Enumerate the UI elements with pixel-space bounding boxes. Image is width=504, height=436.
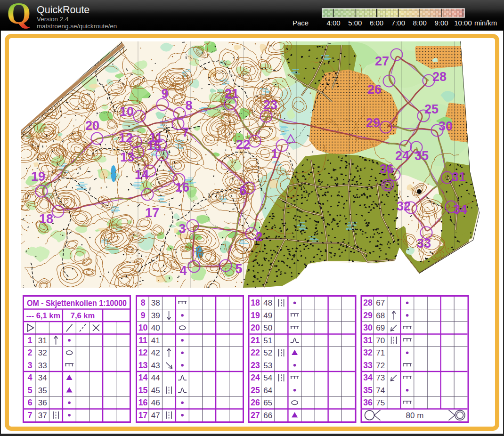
svg-text:33: 33 (38, 361, 47, 370)
svg-text:32: 32 (363, 348, 373, 357)
svg-text:72: 72 (376, 361, 385, 370)
svg-text:21: 21 (251, 336, 260, 345)
svg-text:34: 34 (363, 373, 373, 382)
svg-text:32: 32 (38, 348, 47, 357)
svg-text:12: 12 (138, 348, 148, 357)
svg-text:11: 11 (138, 336, 147, 345)
svg-text:45: 45 (151, 386, 160, 395)
svg-text:31: 31 (38, 336, 47, 345)
svg-text:23: 23 (251, 361, 260, 370)
svg-text:66: 66 (263, 411, 272, 420)
svg-text:10: 10 (138, 323, 148, 332)
svg-text:3: 3 (28, 361, 33, 370)
svg-text:7,6 km: 7,6 km (71, 311, 95, 320)
svg-text:24: 24 (251, 373, 260, 382)
svg-text:5: 5 (28, 386, 33, 395)
svg-text:8: 8 (141, 298, 146, 307)
svg-text:73: 73 (376, 373, 385, 382)
svg-text:20: 20 (251, 323, 260, 332)
svg-text:68: 68 (376, 311, 385, 320)
svg-text:71: 71 (376, 348, 385, 357)
svg-text:47: 47 (151, 411, 160, 420)
svg-text:42: 42 (151, 348, 160, 357)
svg-text:80 m: 80 m (406, 411, 424, 420)
svg-text:49: 49 (263, 311, 272, 320)
svg-text:17: 17 (138, 411, 147, 420)
svg-text:26: 26 (251, 398, 260, 407)
svg-text:30: 30 (363, 323, 373, 332)
svg-text:--- 6,1 km: --- 6,1 km (26, 311, 60, 320)
svg-text:64: 64 (263, 386, 272, 395)
svg-text:36: 36 (38, 398, 47, 407)
svg-text:69: 69 (376, 323, 385, 332)
svg-text:53: 53 (263, 361, 272, 370)
svg-text:44: 44 (151, 373, 160, 382)
svg-text:19: 19 (251, 311, 260, 320)
svg-text:6: 6 (28, 398, 33, 407)
svg-text:51: 51 (263, 336, 272, 345)
svg-text:70: 70 (376, 336, 385, 345)
svg-text:25: 25 (251, 386, 260, 395)
svg-text:31: 31 (363, 336, 373, 345)
svg-text:9: 9 (141, 311, 146, 320)
svg-text:52: 52 (263, 348, 272, 357)
svg-text:35: 35 (38, 386, 47, 395)
svg-text:OM - Skjettenkollen 1:10000: OM - Skjettenkollen 1:10000 (27, 298, 127, 308)
svg-text:74: 74 (376, 386, 385, 395)
svg-text:4: 4 (28, 373, 33, 382)
svg-text:28: 28 (363, 298, 373, 307)
svg-text:36: 36 (363, 398, 373, 407)
svg-text:29: 29 (363, 311, 373, 320)
svg-text:39: 39 (151, 311, 160, 320)
svg-text:67: 67 (376, 299, 385, 307)
svg-text:38: 38 (151, 299, 160, 307)
svg-text:13: 13 (138, 361, 148, 370)
svg-text:33: 33 (363, 361, 373, 370)
svg-text:40: 40 (151, 323, 160, 332)
svg-text:65: 65 (263, 398, 272, 407)
svg-text:35: 35 (363, 386, 373, 395)
svg-text:22: 22 (251, 348, 260, 357)
svg-text:46: 46 (151, 398, 160, 407)
svg-text:54: 54 (263, 373, 272, 382)
svg-text:14: 14 (138, 373, 148, 382)
svg-text:16: 16 (138, 398, 148, 407)
svg-text:43: 43 (151, 361, 160, 370)
svg-text:34: 34 (38, 373, 47, 382)
svg-text:50: 50 (263, 323, 272, 332)
svg-text:48: 48 (263, 299, 272, 307)
svg-text:15: 15 (138, 386, 148, 395)
svg-text:75: 75 (376, 398, 385, 407)
svg-text:37: 37 (38, 411, 47, 420)
svg-text:27: 27 (251, 411, 260, 420)
svg-text:7: 7 (28, 411, 33, 420)
svg-text:18: 18 (251, 298, 260, 307)
svg-text:2: 2 (28, 348, 33, 357)
svg-text:1: 1 (28, 336, 33, 345)
svg-text:41: 41 (151, 336, 160, 345)
